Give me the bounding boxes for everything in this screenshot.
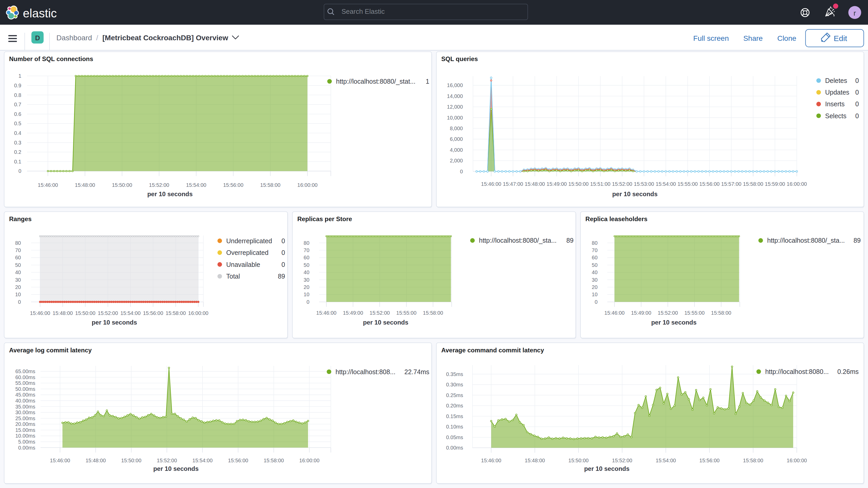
svg-text:10: 10 [592, 292, 597, 297]
svg-text:60: 60 [592, 255, 597, 261]
svg-text:0.15ms: 0.15ms [446, 414, 463, 419]
svg-text:15.00ms: 15.00ms [16, 427, 35, 433]
svg-text:14,000: 14,000 [447, 93, 463, 99]
svg-text:0.30ms: 0.30ms [446, 382, 463, 388]
svg-text:15:52:00: 15:52:00 [612, 181, 632, 187]
svg-text:60: 60 [15, 255, 21, 261]
svg-text:Average log commit latency: Average log commit latency [9, 347, 92, 354]
svg-text:15:50:00: 15:50:00 [568, 181, 589, 187]
svg-text:r: r [854, 9, 856, 17]
svg-text:25.00ms: 25.00ms [16, 416, 35, 421]
svg-text:15:46:00: 15:46:00 [481, 458, 501, 463]
svg-text:Replicas per Store: Replicas per Store [297, 215, 352, 222]
svg-text:15:55:00: 15:55:00 [684, 310, 705, 316]
svg-text:35.00ms: 35.00ms [16, 404, 35, 409]
svg-text:Overreplicated: Overreplicated [226, 249, 269, 256]
svg-text:Search Elastic: Search Elastic [341, 7, 384, 15]
svg-text:0.35ms: 0.35ms [446, 371, 463, 377]
svg-text:10: 10 [15, 292, 21, 297]
svg-text:20: 20 [15, 284, 21, 290]
svg-text:15:50:00: 15:50:00 [121, 458, 142, 463]
svg-text:40: 40 [304, 270, 309, 275]
svg-text:40: 40 [592, 270, 597, 275]
svg-text:per 10 seconds: per 10 seconds [651, 319, 697, 326]
svg-text:30: 30 [15, 277, 21, 283]
svg-text:15:46:00: 15:46:00 [316, 310, 337, 316]
svg-text:16:00:00: 16:00:00 [787, 458, 807, 463]
svg-text:D: D [35, 34, 40, 42]
svg-text:15:55:00: 15:55:00 [678, 181, 698, 187]
svg-text:0: 0 [281, 261, 285, 268]
svg-text:60.00ms: 60.00ms [16, 374, 35, 380]
svg-text:/: / [96, 34, 98, 42]
svg-text:15:50:00: 15:50:00 [75, 310, 95, 316]
svg-text:0: 0 [855, 112, 859, 120]
svg-text:0: 0 [855, 100, 859, 108]
svg-text:89: 89 [854, 237, 861, 244]
svg-text:0.4: 0.4 [14, 130, 21, 136]
svg-text:15:52:00: 15:52:00 [370, 310, 390, 316]
svg-text:5.00ms: 5.00ms [18, 439, 35, 445]
svg-text:45.00ms: 45.00ms [16, 392, 35, 398]
svg-text:15:54:00: 15:54:00 [656, 181, 676, 187]
svg-text:60: 60 [304, 255, 309, 261]
svg-text:0.9: 0.9 [14, 83, 21, 88]
svg-text:80: 80 [592, 240, 597, 246]
svg-text:16:00:00: 16:00:00 [188, 310, 209, 316]
svg-text:Full screen: Full screen [693, 34, 729, 42]
svg-text:Unavailable: Unavailable [226, 261, 260, 268]
svg-text:15:48:00: 15:48:00 [525, 181, 545, 187]
svg-text:0.00ms: 0.00ms [18, 445, 35, 451]
svg-text:65.00ms: 65.00ms [16, 368, 35, 374]
svg-text:20: 20 [592, 284, 597, 290]
svg-text:15:49:00: 15:49:00 [631, 310, 651, 316]
svg-text:4,000: 4,000 [450, 147, 463, 153]
svg-text:12,000: 12,000 [447, 104, 463, 110]
svg-text:15:48:00: 15:48:00 [75, 182, 95, 188]
svg-text:per 10 seconds: per 10 seconds [584, 465, 630, 472]
svg-text:15:58:00: 15:58:00 [711, 310, 731, 316]
svg-text:15:48:00: 15:48:00 [53, 310, 73, 316]
svg-text:15:54:00: 15:54:00 [192, 458, 213, 463]
svg-text:[Metricbeat CockroachDB] Overv: [Metricbeat CockroachDB] Overview [102, 34, 228, 42]
svg-text:0: 0 [306, 299, 309, 305]
svg-text:http://localhost:8080...: http://localhost:8080... [765, 368, 829, 375]
svg-text:15:58:00: 15:58:00 [423, 310, 443, 316]
svg-text:1: 1 [19, 73, 21, 79]
svg-text:Inserts: Inserts [825, 100, 845, 108]
svg-text:15:46:00: 15:46:00 [30, 310, 50, 316]
svg-text:0.2: 0.2 [14, 149, 21, 155]
svg-text:1: 1 [426, 78, 429, 85]
svg-text:15:52:00: 15:52:00 [157, 458, 177, 463]
svg-text:15:47:00: 15:47:00 [503, 181, 523, 187]
svg-text:15:54:00: 15:54:00 [656, 458, 676, 463]
svg-text:30: 30 [592, 277, 597, 283]
svg-text:0.8: 0.8 [14, 92, 21, 98]
svg-text:0.00ms: 0.00ms [446, 445, 463, 451]
svg-text:15:59:00: 15:59:00 [765, 181, 785, 187]
svg-text:50: 50 [15, 262, 21, 268]
svg-text:Share: Share [743, 34, 763, 42]
svg-text:15:53:00: 15:53:00 [634, 181, 654, 187]
svg-text:15:58:00: 15:58:00 [264, 458, 284, 463]
svg-text:SQL queries: SQL queries [441, 55, 478, 62]
svg-text:80: 80 [304, 240, 309, 246]
svg-text:0.05ms: 0.05ms [446, 434, 463, 440]
svg-text:Number of SQL connections: Number of SQL connections [9, 55, 93, 62]
svg-text:15:48:00: 15:48:00 [86, 458, 106, 463]
svg-text:15:58:00: 15:58:00 [165, 310, 186, 316]
svg-text:15:46:00: 15:46:00 [604, 310, 625, 316]
svg-text:55.00ms: 55.00ms [16, 380, 35, 386]
svg-text:15:52:00: 15:52:00 [612, 458, 632, 463]
svg-text:16,000: 16,000 [447, 82, 463, 88]
svg-text:15:52:00: 15:52:00 [149, 182, 169, 188]
svg-text:0.10ms: 0.10ms [446, 424, 463, 430]
svg-text:15:56:00: 15:56:00 [223, 182, 244, 188]
svg-text:15:46:00: 15:46:00 [50, 458, 70, 463]
svg-text:70: 70 [304, 247, 309, 253]
svg-text:89: 89 [566, 237, 574, 244]
svg-text:15:52:00: 15:52:00 [658, 310, 678, 316]
svg-text:per 10 seconds: per 10 seconds [612, 190, 658, 197]
svg-text:15:52:00: 15:52:00 [98, 310, 118, 316]
svg-text:Deletes: Deletes [825, 77, 847, 84]
